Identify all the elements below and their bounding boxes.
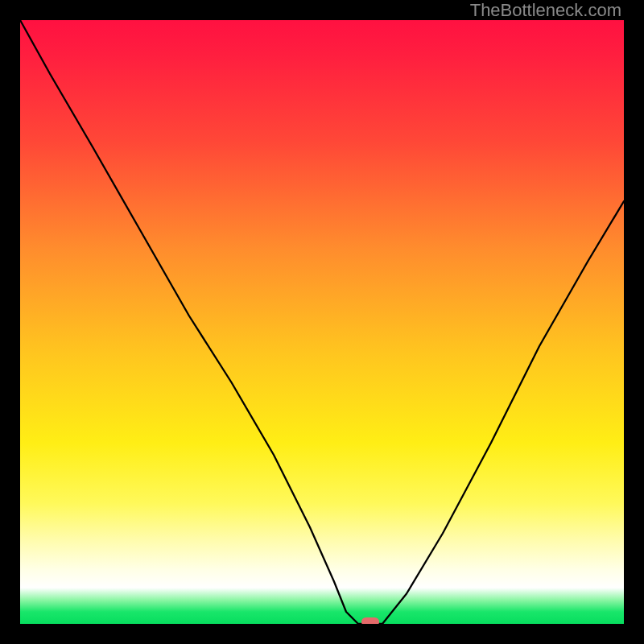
plot-area	[20, 20, 624, 624]
optimum-marker	[361, 617, 379, 624]
chart-frame: TheBottleneck.com	[0, 0, 644, 644]
curve-layer	[20, 20, 624, 624]
watermark-text: TheBottleneck.com	[470, 0, 621, 21]
bottleneck-curve	[20, 20, 624, 624]
